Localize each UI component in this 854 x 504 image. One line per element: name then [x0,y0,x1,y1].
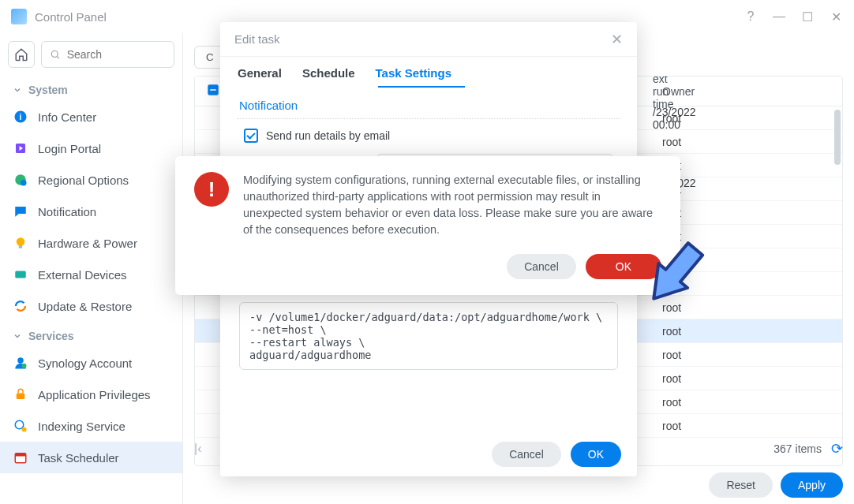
apply-button[interactable]: Apply [781,472,843,498]
sidebar-item-regional-options[interactable]: Regional Options [0,164,182,196]
svg-point-16 [22,427,27,432]
dash-icon[interactable] [206,83,220,97]
sidebar-item-notification[interactable]: Notification [0,196,182,227]
index-icon [13,418,28,434]
window-title: Control Panel [35,10,107,24]
search-icon [50,48,61,61]
checkbox-label: Send run details by email [266,129,390,142]
divider [238,118,620,119]
device-icon [13,267,28,282]
svg-point-14 [15,420,24,429]
warning-dialog: ! Modifying system configurations, runni… [175,156,680,295]
chevron-down-icon [13,331,22,341]
globe-icon [13,172,28,188]
sidebar-item-label: Notification [38,205,96,218]
svg-rect-18 [15,454,26,457]
sidebar-item-label: Login Portal [38,142,101,155]
svg-point-11 [17,357,24,364]
info-icon: i [13,109,28,125]
sync-icon [13,298,28,314]
sidebar-group-system[interactable]: System [0,76,182,101]
sidebar-item-label: Regional Options [38,174,129,187]
svg-rect-9 [19,245,23,248]
sidebar-item-task-scheduler[interactable]: Task Scheduler [0,442,182,473]
cell-owner: root [653,301,747,314]
sidebar-item-synology-account[interactable]: Synology Account [0,347,182,379]
search-field[interactable] [67,48,166,61]
cell-owner: root [653,420,747,432]
cell-owner: root [653,372,747,385]
refresh-icon[interactable]: ⟳ [831,440,843,457]
sidebar-item-hardware-power[interactable]: Hardware & Power [0,227,182,259]
sidebar-item-application-privileges[interactable]: Application Privileges [0,379,182,410]
tab-general[interactable]: General [238,66,282,80]
warning-text: Modifying system configurations, running… [243,172,661,238]
sidebar: System i Info Center Login Portal Region… [0,33,183,504]
sidebar-item-external-devices[interactable]: External Devices [0,259,182,290]
svg-line-1 [57,57,59,59]
svg-text:i: i [20,112,22,121]
svg-point-0 [51,50,58,57]
account-icon [13,355,28,371]
sidebar-item-info-center[interactable]: i Info Center [0,101,182,133]
chevron-down-icon [13,85,22,95]
sidebar-item-label: Update & Restore [38,300,132,313]
calendar-icon [13,450,28,465]
close-icon[interactable]: ✕ [829,9,843,24]
home-button[interactable] [8,41,35,68]
tab-schedule[interactable]: Schedule [302,66,355,80]
cell-owner: root [653,396,747,409]
checkbox-send-email[interactable] [244,129,258,143]
sidebar-item-login-portal[interactable]: Login Portal [0,133,182,164]
home-icon [14,47,28,62]
dialog-title: Edit task [234,32,280,46]
warning-icon: ! [194,172,229,207]
help-icon[interactable]: ? [744,9,758,24]
sidebar-item-label: Synology Account [38,357,132,370]
scrollbar[interactable] [834,110,841,165]
sidebar-item-label: Hardware & Power [38,237,137,250]
svg-rect-10 [15,271,26,278]
cell-owner: root [653,325,747,338]
svg-rect-13 [17,394,25,400]
reset-button[interactable]: Reset [709,472,773,498]
maximize-icon[interactable]: ☐ [800,9,815,24]
col-owner[interactable]: Owner [653,85,747,98]
svg-point-12 [22,364,27,368]
warn-cancel-button[interactable]: Cancel [507,254,576,279]
portal-icon [13,140,28,156]
svg-point-7 [21,180,27,186]
search-input[interactable] [41,41,174,68]
close-icon[interactable]: ✕ [611,31,623,48]
edit-cancel-button[interactable]: Cancel [492,442,561,467]
dialog-tabs: General Schedule Task Settings [220,57,637,80]
sidebar-item-label: Task Scheduler [38,451,119,465]
section-notification: Notification [220,88,637,115]
sidebar-group-services[interactable]: Services [0,322,182,347]
user-defined-script[interactable]: -v /volume1/docker/adguard/data:/opt/adg… [239,302,618,370]
item-count: 367 items [773,442,822,455]
send-email-row[interactable]: Send run details by email [220,122,637,149]
chat-icon [13,203,28,219]
svg-rect-20 [210,89,216,91]
lock-icon [13,386,28,402]
app-icon [11,9,27,24]
sidebar-item-indexing-service[interactable]: Indexing Service [0,410,182,442]
sidebar-item-label: Indexing Service [38,420,125,433]
pager[interactable]: |‹ [194,442,201,456]
bulb-icon [13,235,28,251]
svg-point-8 [17,237,25,246]
cell-owner: root [653,349,747,361]
cell-owner: root [653,112,747,125]
edit-ok-button[interactable]: OK [571,442,621,467]
sidebar-item-label: External Devices [38,268,127,282]
sidebar-item-label: Info Center [38,110,96,124]
sidebar-item-label: Application Privileges [38,388,151,401]
sidebar-item-update-restore[interactable]: Update & Restore [0,290,182,322]
minimize-icon[interactable]: — [772,9,786,24]
tab-task-settings[interactable]: Task Settings [376,66,451,80]
cell-owner: root [653,136,747,148]
warn-ok-button[interactable]: OK [586,254,661,279]
